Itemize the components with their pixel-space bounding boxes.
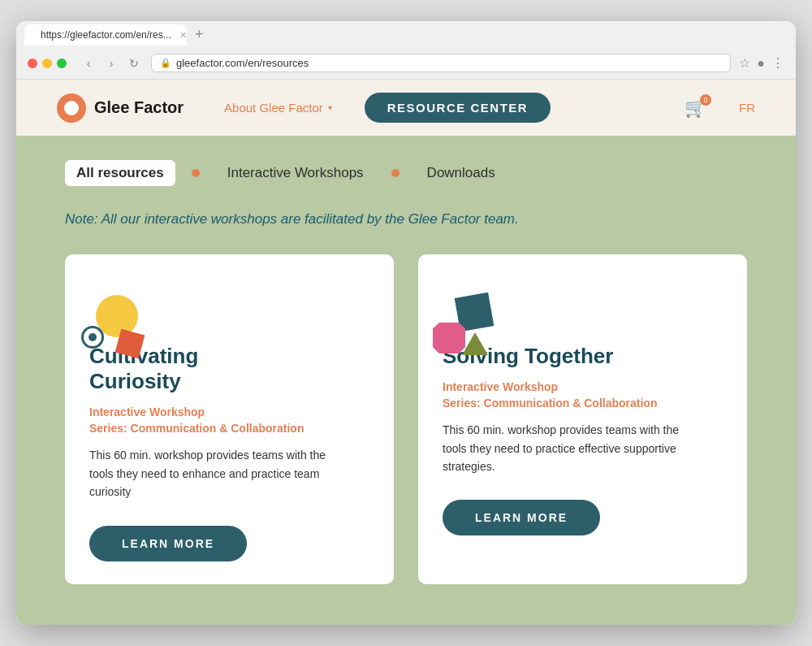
card-2-type: Interactive Workshop: [443, 380, 723, 393]
cards-grid: Cultivating Curiosity Interactive Worksh…: [65, 254, 747, 584]
card-1-series: Series: Communication & Collaboration: [89, 422, 369, 435]
eye-shape: [81, 326, 104, 349]
traffic-lights: [28, 59, 67, 68]
chevron-down-icon: ▾: [328, 103, 332, 112]
lock-icon: 🔒: [160, 58, 171, 68]
logo-text: Glee Factor: [94, 98, 184, 117]
eye-pupil-shape: [89, 333, 97, 341]
bookmark-icon[interactable]: ☆: [739, 55, 750, 71]
close-button[interactable]: [28, 59, 37, 68]
dot-separator-2: [391, 169, 400, 177]
logo-icon: [57, 93, 86, 123]
active-tab[interactable]: https://gleefactor.com/en/res... ✕: [24, 24, 187, 46]
card-1-illustration: [73, 295, 146, 360]
forward-button[interactable]: ›: [102, 54, 120, 72]
nav-about-menu[interactable]: About Glee Factor ▾: [224, 101, 332, 115]
address-bar[interactable]: 🔒 gleefactor.com/en/resources: [151, 54, 731, 72]
card-1-learn-more-button[interactable]: LEARN MORE: [89, 526, 247, 561]
card-2-series: Series: Communication & Collaboration: [443, 397, 723, 410]
green-triangle-shape: [462, 332, 488, 355]
red-square-shape: [115, 329, 145, 359]
pink-puzzle-shape: [433, 323, 465, 353]
cart-button[interactable]: 🛒 0: [685, 98, 706, 119]
note-text: Note: All our interactive workshops are …: [65, 209, 747, 230]
resource-center-button[interactable]: RESOURCE CENTER: [365, 93, 551, 123]
minimize-button[interactable]: [42, 59, 52, 68]
tab-title: https://gleefactor.com/en/res...: [41, 29, 171, 41]
tab-interactive-workshops[interactable]: Interactive Workshops: [216, 160, 375, 186]
menu-icon[interactable]: ⋮: [771, 55, 784, 71]
browser-titlebar: ‹ › ↻ 🔒 gleefactor.com/en/resources ☆ ● …: [16, 46, 796, 80]
site-header: Glee Factor About Glee Factor ▾ RESOURCE…: [16, 80, 796, 136]
card-cultivating-curiosity: Cultivating Curiosity Interactive Worksh…: [65, 254, 394, 584]
tab-close-button[interactable]: ✕: [179, 30, 187, 41]
language-label: FR: [739, 101, 755, 115]
profile-icon[interactable]: ●: [757, 56, 765, 71]
browser-window: https://gleefactor.com/en/res... ✕ + ‹ ›…: [16, 21, 796, 624]
reload-button[interactable]: ↻: [125, 54, 143, 72]
back-button[interactable]: ‹: [80, 54, 97, 72]
logo-area: Glee Factor: [57, 93, 184, 123]
logo-inner-circle: [64, 101, 79, 115]
browser-nav: ‹ › ↻: [80, 54, 143, 72]
filter-tabs: All resources Interactive Workshops Down…: [65, 160, 747, 186]
language-button[interactable]: FR: [739, 101, 755, 115]
dot-separator-1: [192, 169, 200, 177]
browser-actions: ☆ ● ⋮: [739, 55, 784, 71]
card-1-description: This 60 min. workshop provides teams wit…: [89, 446, 327, 501]
tab-all-resources[interactable]: All resources: [65, 160, 175, 186]
card-2-learn-more-button[interactable]: LEARN MORE: [443, 500, 600, 535]
tab-downloads[interactable]: Downloads: [416, 160, 507, 186]
url-text: gleefactor.com/en/resources: [176, 57, 722, 69]
page-content: Glee Factor About Glee Factor ▾ RESOURCE…: [16, 80, 796, 624]
card-2-description: This 60 min. workshop provides teams wit…: [443, 421, 680, 475]
new-tab-button[interactable]: +: [190, 26, 209, 43]
main-content: All resources Interactive Workshops Down…: [16, 136, 796, 624]
card-1-type: Interactive Workshop: [89, 405, 369, 418]
card-2-illustration: [426, 295, 499, 360]
maximize-button[interactable]: [57, 59, 67, 68]
cart-badge: 0: [700, 94, 711, 106]
tab-bar: https://gleefactor.com/en/res... ✕ +: [16, 21, 796, 46]
card-solving-together: Solving Together Interactive Workshop Se…: [418, 254, 747, 584]
resource-center-label: RESOURCE CENTER: [387, 101, 528, 115]
nav-about-label: About Glee Factor: [224, 101, 323, 115]
